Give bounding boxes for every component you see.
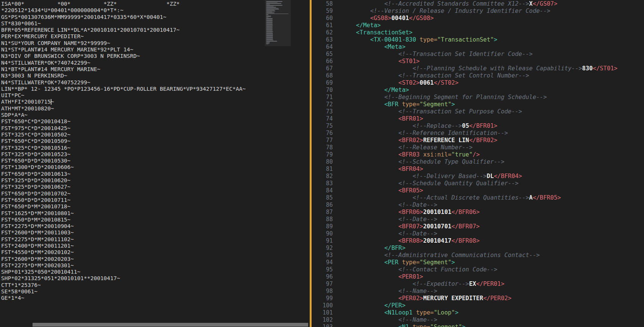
code-line[interactable]: 70 </Meta> [312, 87, 644, 94]
line-number[interactable]: 63 [312, 36, 333, 43]
line-number[interactable]: 103 [312, 324, 333, 327]
code-line[interactable]: 81 <BFR04> [312, 166, 644, 173]
line-number[interactable]: 99 [312, 295, 333, 302]
code-line[interactable]: 101 <N1Loop1 type="Loop"> [312, 309, 644, 316]
code-line[interactable]: 94 <PER type="Segment"> [312, 259, 644, 266]
line-number[interactable]: 71 [312, 94, 333, 101]
line-number[interactable]: 85 [312, 194, 333, 201]
code-line[interactable]: 59 <!--Version / Release / Industry Iden… [312, 8, 644, 15]
code-line[interactable]: 66 <ST01> [312, 58, 644, 65]
line-number[interactable]: 83 [312, 180, 333, 187]
code-line[interactable]: 91 <BFR08>20010417</BFR08> [312, 237, 644, 245]
horizontal-scrollbar-thumb[interactable] [33, 323, 308, 327]
line-number[interactable]: 96 [312, 273, 333, 281]
line-number[interactable]: 101 [312, 309, 333, 316]
line-number[interactable]: 73 [312, 108, 333, 115]
line-number[interactable]: 79 [312, 151, 333, 158]
line-number[interactable]: 59 [312, 8, 333, 15]
line-number[interactable]: 98 [312, 288, 333, 295]
line-number[interactable]: 80 [312, 158, 333, 166]
xml-preview-pane[interactable]: 58 <!--Accredited Standards Committee X1… [312, 0, 644, 327]
code-line[interactable]: 89 <BFR07>20010701</BFR07> [312, 223, 644, 230]
code-line[interactable]: 64 <Meta> [312, 43, 644, 51]
code-line[interactable]: 69 <ST02>0061</ST02> [312, 79, 644, 87]
code-line[interactable]: 61 </Meta> [312, 22, 644, 29]
code-line[interactable]: 67 <!--Planning Schedule with Release Ca… [312, 65, 644, 72]
code-line[interactable]: 99 <PER02>MERCURY EXPEDITER</PER02> [312, 295, 644, 302]
line-number[interactable]: 65 [312, 51, 333, 58]
line-number[interactable]: 69 [312, 79, 333, 87]
code-line[interactable]: 86 <!--Date--> [312, 201, 644, 209]
line-number[interactable]: 94 [312, 259, 333, 266]
line-number[interactable]: 93 [312, 252, 333, 259]
horizontal-scrollbar[interactable] [0, 322, 310, 327]
code-line[interactable]: 80 <!--Schedule Type Qualifier--> [312, 158, 644, 166]
line-number[interactable]: 102 [312, 316, 333, 324]
edi-source-pane[interactable]: ISA*00* *00* *ZZ* *ZZ* *220512*1434*U*00… [0, 0, 310, 327]
line-number[interactable]: 92 [312, 245, 333, 252]
code-line[interactable]: 63 <TX-00401-830 type="TransactionSet"> [312, 36, 644, 43]
line-number[interactable]: 91 [312, 237, 333, 245]
code-line[interactable]: 60 <GS08>00401</GS08> [312, 15, 644, 22]
line-number[interactable]: 66 [312, 58, 333, 65]
code-line[interactable]: 73 <!--Transaction Set Purpose Code--> [312, 108, 644, 115]
line-number[interactable]: 77 [312, 137, 333, 144]
line-number[interactable]: 58 [312, 0, 333, 8]
line-number[interactable]: 76 [312, 130, 333, 137]
code-line[interactable]: 93 <!--Administrative Communications Con… [312, 252, 644, 259]
line-number[interactable]: 72 [312, 101, 333, 108]
line-number[interactable]: 81 [312, 166, 333, 173]
code-line[interactable]: 65 <!--Transaction Set Identifier Code--… [312, 51, 644, 58]
line-number[interactable]: 67 [312, 65, 333, 72]
line-number[interactable]: 62 [312, 29, 333, 36]
line-number[interactable]: 86 [312, 201, 333, 209]
line-number[interactable]: 74 [312, 115, 333, 122]
code-line[interactable]: 78 <!--Release Number--> [312, 144, 644, 151]
line-number[interactable]: 68 [312, 72, 333, 79]
code-line[interactable]: 103 <N1 type="Segment"> [312, 324, 644, 327]
code-line[interactable]: 71 <!--Beginning Segment for Planning Sc… [312, 94, 644, 101]
code-line[interactable]: 77 <BFR02>REFERENCE LIN</BFR02> [312, 137, 644, 144]
minimap[interactable] [265, 0, 291, 46]
line-number[interactable]: 61 [312, 22, 333, 29]
code-line[interactable]: 84 <BFR05> [312, 187, 644, 194]
code-line[interactable]: 88 <!--Date--> [312, 216, 644, 223]
line-number[interactable]: 90 [312, 230, 333, 237]
code-line[interactable]: 82 <!--Delivery Based-->DL</BFR04> [312, 173, 644, 180]
line-number[interactable]: 95 [312, 266, 333, 273]
code-line[interactable]: 74 <BFR01> [312, 115, 644, 122]
line-number[interactable]: 64 [312, 43, 333, 51]
code-line[interactable]: 76 <!--Reference Identification--> [312, 130, 644, 137]
code-line[interactable]: 58 <!--Accredited Standards Committee X1… [312, 0, 644, 8]
line-number[interactable]: 82 [312, 173, 333, 180]
line-number[interactable]: 75 [312, 122, 333, 130]
code-line[interactable]: 97 <!--Expeditor-->EX</PER01> [312, 281, 644, 288]
code-line[interactable]: 83 <!--Schedule Quantity Qualifier--> [312, 180, 644, 187]
line-number[interactable]: 89 [312, 223, 333, 230]
code-line[interactable]: 100 </PER> [312, 302, 644, 309]
code-line[interactable]: 98 <!--Name--> [312, 288, 644, 295]
line-number[interactable]: 78 [312, 144, 333, 151]
code-line[interactable]: 79 <BFR03 xsi:nil="true"/> [312, 151, 644, 158]
code-line[interactable]: 75 <!--Replace-->05</BFR01> [312, 122, 644, 130]
line-number[interactable]: 97 [312, 281, 333, 288]
code-line[interactable]: 92 </BFR> [312, 245, 644, 252]
code-line[interactable]: 72 <BFR type="Segment"> [312, 101, 644, 108]
minimap-line [266, 33, 273, 34]
code-line[interactable]: 102 <!--Name--> [312, 316, 644, 324]
code-line[interactable]: 96 <PER01> [312, 273, 644, 281]
line-number[interactable]: 100 [312, 302, 333, 309]
code-line[interactable]: 90 <!--Date--> [312, 230, 644, 237]
line-number[interactable]: 70 [312, 87, 333, 94]
code-line[interactable]: 87 <BFR06>20010101</BFR06> [312, 209, 644, 216]
split-sash[interactable] [310, 0, 312, 327]
edi-source-text[interactable]: ISA*00* *00* *ZZ* *ZZ* *220512*1434*U*00… [1, 1, 246, 302]
line-number[interactable]: 84 [312, 187, 333, 194]
code-line[interactable]: 68 <!--Transaction Set Control Number--> [312, 72, 644, 79]
code-line[interactable]: 85 <!--Actual Discrete Quantities-->A</B… [312, 194, 644, 201]
line-number[interactable]: 87 [312, 209, 333, 216]
line-number[interactable]: 88 [312, 216, 333, 223]
code-line[interactable]: 62 <TransactionSet> [312, 29, 644, 36]
line-number[interactable]: 60 [312, 15, 333, 22]
code-line[interactable]: 95 <!--Contact Function Code--> [312, 266, 644, 273]
